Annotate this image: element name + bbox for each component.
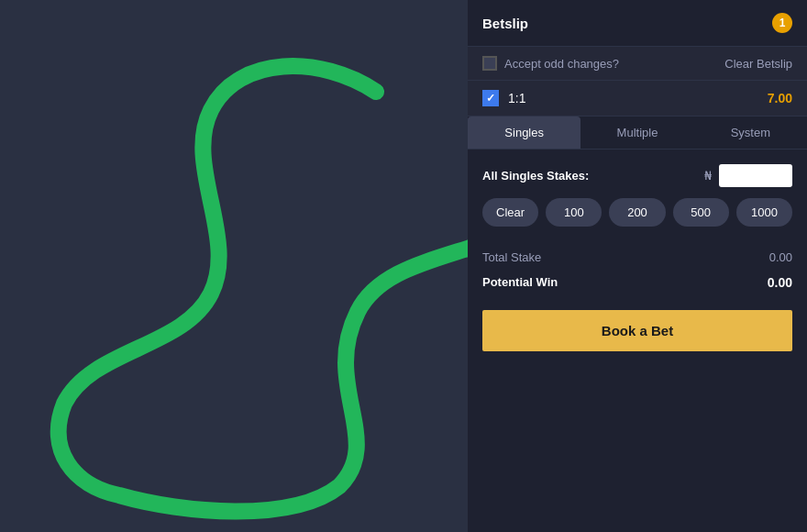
quick-500-button[interactable]: 500 — [673, 198, 729, 227]
total-stake-label: Total Stake — [482, 250, 541, 264]
betslip-header: Betslip 1 — [468, 0, 807, 47]
totals-section: Total Stake 0.00 Potential Win 0.00 — [482, 245, 792, 295]
total-stake-row: Total Stake 0.00 — [482, 245, 792, 270]
stakes-row: All Singles Stakes: ₦ — [482, 164, 792, 187]
quick-200-button[interactable]: 200 — [609, 198, 665, 227]
potential-win-value: 0.00 — [768, 275, 792, 290]
book-bet-button[interactable]: Book a Bet — [482, 310, 792, 351]
naira-symbol: ₦ — [704, 169, 712, 183]
tab-singles[interactable]: Singles — [468, 116, 580, 149]
bet-item-checkbox[interactable]: ✓ — [482, 90, 499, 106]
bet-item-left: ✓ 1:1 — [482, 90, 525, 106]
accept-odd-changes-row: Accept odd changes? Clear Betslip — [468, 47, 807, 81]
accept-left: Accept odd changes? — [482, 56, 619, 71]
accept-odd-changes-checkbox[interactable] — [482, 56, 497, 71]
betslip-tabs: Singles Multiple System — [468, 116, 807, 150]
potential-win-label: Potential Win — [482, 275, 558, 290]
bet-item-odds: 7.00 — [768, 91, 792, 105]
checkmark-icon: ✓ — [486, 92, 495, 105]
bet-item-label: 1:1 — [508, 91, 525, 105]
betslip-badge: 1 — [772, 13, 792, 33]
potential-win-row: Potential Win 0.00 — [482, 270, 792, 295]
quick-clear-button[interactable]: Clear — [482, 198, 538, 227]
betslip-content: All Singles Stakes: ₦ Clear 100 200 500 … — [468, 150, 807, 532]
stakes-input[interactable] — [719, 164, 792, 187]
tab-multiple[interactable]: Multiple — [580, 116, 693, 149]
quick-1000-button[interactable]: 1000 — [736, 198, 792, 227]
betslip-title: Betslip — [482, 16, 528, 31]
bet-item: ✓ 1:1 7.00 — [468, 81, 807, 116]
accept-label: Accept odd changes? — [504, 57, 619, 71]
tab-system[interactable]: System — [694, 116, 807, 149]
betslip-panel: Betslip 1 Accept odd changes? Clear Bets… — [468, 0, 807, 532]
total-stake-value: 0.00 — [769, 250, 792, 264]
quick-100-button[interactable]: 100 — [546, 198, 602, 227]
quick-amount-buttons: Clear 100 200 500 1000 — [482, 198, 792, 227]
stakes-label: All Singles Stakes: — [482, 169, 697, 183]
clear-betslip-button[interactable]: Clear Betslip — [724, 57, 792, 71]
